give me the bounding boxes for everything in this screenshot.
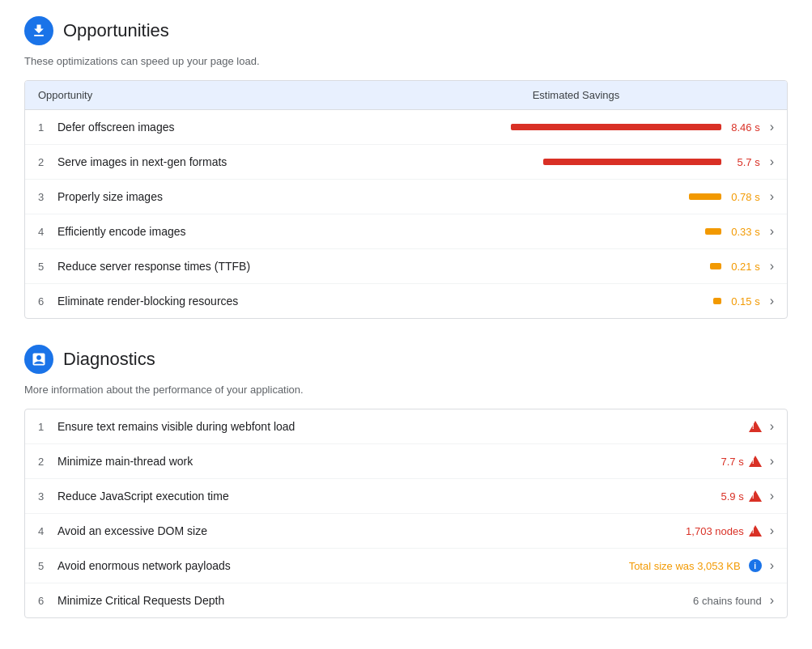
expand-chevron[interactable]: › [770,155,774,169]
row-savings: 0.33 s › [365,224,774,239]
diag-label: Minimize main-thread work [57,455,721,468]
warning-icon [749,490,762,502]
diag-row: 4 Avoid an excessive DOM size 1,703 node… [25,514,787,549]
row-number: 3 [38,191,57,203]
diag-label: Avoid an excessive DOM size [57,524,686,537]
savings-value: 0.15 s [728,295,760,308]
savings-bar [713,298,721,304]
table-row: 4 Efficiently encode images 0.33 s › [25,214,787,249]
savings-value: 0.21 s [728,261,760,273]
row-number: 1 [38,421,57,433]
savings-value: 5.7 s [728,156,760,168]
expand-chevron[interactable]: › [770,259,774,274]
expand-chevron[interactable]: › [770,294,774,308]
diagnostics-icon [24,345,53,374]
row-number: 1 [38,121,57,134]
opportunities-svg-icon [31,23,47,39]
row-savings: 0.78 s › [365,189,774,204]
diagnostics-section: Diagnostics More information about the p… [24,345,788,618]
diag-value-container: 1,703 nodes › [686,524,774,538]
diag-label: Ensure text remains visible during webfo… [57,420,749,433]
diag-value: 5.9 s [721,490,743,503]
diag-label: Reduce JavaScript execution time [57,490,721,503]
warning-icon [749,421,762,432]
expand-chevron[interactable]: › [770,558,774,573]
row-number: 3 [38,490,57,503]
table-row: 5 Reduce server response times (TTFB) 0.… [25,249,787,284]
savings-bar [705,228,721,235]
diag-value: 1,703 nodes [686,525,744,537]
opportunities-table: Opportunity Estimated Savings 1 Defer of… [24,80,788,319]
diagnostics-title: Diagnostics [63,349,155,370]
row-savings: 0.15 s › [365,294,774,308]
row-savings: 8.46 s › [365,120,774,134]
row-label: Properly size images [57,190,365,203]
col-header-opportunity: Opportunity [38,89,378,101]
diag-label: Avoid enormous network payloads [57,559,629,572]
col-header-savings: Estimated Savings [378,89,774,101]
expand-chevron[interactable]: › [770,224,774,239]
expand-chevron[interactable]: › [770,524,774,538]
expand-chevron[interactable]: › [770,593,774,608]
row-number: 6 [38,595,57,607]
savings-bar [689,193,721,200]
diag-row: 1 Ensure text remains visible during web… [25,409,787,444]
savings-bar [511,124,721,130]
savings-value: 0.78 s [728,191,760,203]
row-label: Defer offscreen images [57,121,365,134]
expand-chevron[interactable]: › [770,120,774,134]
diagnostics-table: 1 Ensure text remains visible during web… [24,409,788,618]
diag-label: Minimize Critical Requests Depth [57,594,693,607]
savings-bar [710,263,721,269]
expand-chevron[interactable]: › [770,489,774,503]
row-number: 4 [38,525,57,537]
row-number: 2 [38,156,57,168]
table-row: 2 Serve images in next-gen formats 5.7 s… [25,145,787,180]
diag-value-container: 5.9 s › [721,489,774,503]
opportunities-icon [24,16,53,45]
row-number: 2 [38,456,57,468]
diagnostics-header: Diagnostics [24,345,788,374]
row-savings: 5.7 s › [365,155,774,169]
savings-value: 8.46 s [728,121,760,134]
diag-value-container: › [749,419,774,434]
savings-value: 0.33 s [728,226,760,238]
diag-value-container: 6 chains found › [693,593,774,608]
expand-chevron[interactable]: › [770,189,774,204]
row-number: 4 [38,226,57,238]
diag-row: 6 Minimize Critical Requests Depth 6 cha… [25,583,787,617]
row-label: Serve images in next-gen formats [57,155,365,168]
row-number: 6 [38,295,57,308]
diagnostics-description: More information about the performance o… [24,384,788,396]
row-label: Eliminate render-blocking resources [57,295,365,308]
expand-chevron[interactable]: › [770,419,774,434]
diag-value: 6 chains found [693,595,762,607]
opportunities-table-header: Opportunity Estimated Savings [25,81,787,110]
row-label: Efficiently encode images [57,225,365,238]
diag-value-container: 7.7 s › [721,454,774,469]
opportunities-header: Opportunities [24,16,788,45]
warning-icon [749,525,762,537]
diag-row: 3 Reduce JavaScript execution time 5.9 s… [25,479,787,514]
warning-icon [749,456,762,467]
diagnostics-svg-icon [31,351,47,367]
row-number: 5 [38,560,57,572]
diag-row: 2 Minimize main-thread work 7.7 s › [25,444,787,479]
savings-bar [543,159,721,165]
table-row: 1 Defer offscreen images 8.46 s › [25,110,787,145]
row-number: 5 [38,261,57,273]
table-row: 3 Properly size images 0.78 s › [25,180,787,214]
opportunities-description: These optimizations can speed up your pa… [24,55,788,67]
row-savings: 0.21 s › [365,259,774,274]
table-row: 6 Eliminate render-blocking resources 0.… [25,284,787,318]
row-label: Reduce server response times (TTFB) [57,260,365,273]
info-icon: i [749,559,762,572]
diag-row: 5 Avoid enormous network payloads Total … [25,549,787,583]
opportunities-section: Opportunities These optimizations can sp… [24,16,788,319]
diag-value: 7.7 s [721,456,743,468]
diag-value: Total size was 3,053 KB [629,560,741,572]
opportunities-title: Opportunities [63,20,169,41]
expand-chevron[interactable]: › [770,454,774,469]
diag-value-container: Total size was 3,053 KB i › [629,558,774,573]
